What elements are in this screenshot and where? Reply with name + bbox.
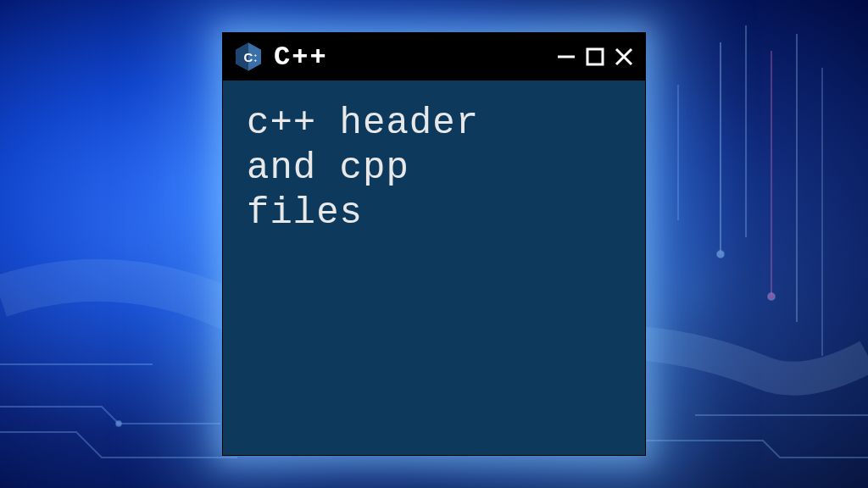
svg-text:+: + — [253, 53, 257, 58]
window-controls — [555, 46, 635, 68]
terminal-window: C + + C++ c++ header and cpp files — [222, 32, 646, 456]
window-title: C++ — [274, 42, 547, 73]
svg-text:+: + — [253, 58, 257, 63]
svg-point-1 — [768, 293, 775, 300]
window-titlebar: C + + C++ — [223, 33, 645, 80]
minimize-button[interactable] — [555, 46, 577, 68]
maximize-button[interactable] — [584, 46, 606, 68]
close-button[interactable] — [613, 46, 635, 68]
svg-rect-10 — [587, 49, 603, 64]
svg-point-2 — [116, 421, 121, 426]
cpp-logo-icon: C + + — [233, 42, 264, 72]
svg-point-0 — [717, 251, 724, 258]
svg-text:C: C — [244, 50, 253, 64]
window-content-text: c++ header and cpp files — [223, 80, 645, 255]
